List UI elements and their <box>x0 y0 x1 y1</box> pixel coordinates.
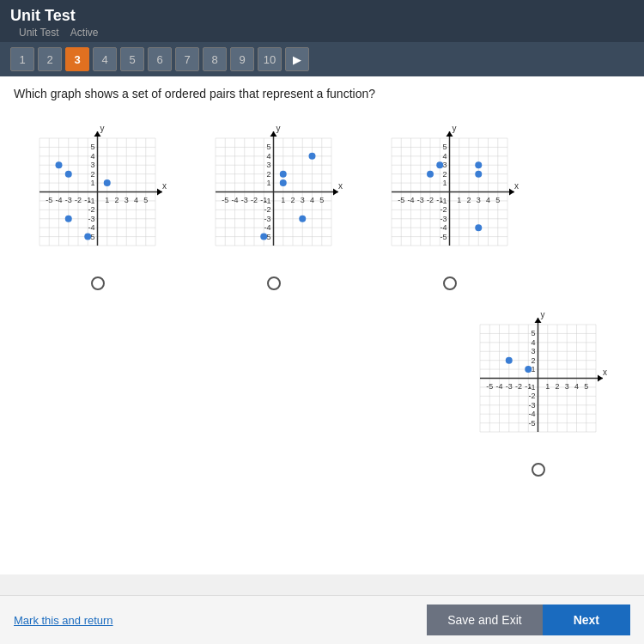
footer-buttons: Save and Exit Next <box>427 605 630 635</box>
page-title: Unit Test <box>10 7 634 25</box>
main-content: Which graph shows a set of ordered pairs… <box>0 76 644 574</box>
nav-tab-7[interactable]: 7 <box>175 47 199 71</box>
radio-option-2[interactable] <box>267 276 281 290</box>
graph-canvas-1 <box>14 112 181 271</box>
nav-tab-5[interactable]: 5 <box>120 47 144 71</box>
graph-canvas-4 <box>454 299 622 458</box>
nav-tab-1[interactable]: 1 <box>10 47 34 71</box>
nav-tab-10[interactable]: 10 <box>258 47 282 71</box>
graph-option-2 <box>190 112 357 290</box>
graphs-top-row <box>14 112 630 290</box>
breadcrumb: Unit Test Active <box>10 27 634 39</box>
nav-tab-6[interactable]: 6 <box>148 47 172 71</box>
radio-option-3[interactable] <box>443 276 457 290</box>
next-button[interactable]: Next <box>543 605 630 635</box>
graph-option-1 <box>14 112 181 290</box>
question-text: Which graph shows a set of ordered pairs… <box>14 87 630 100</box>
nav-tab-3[interactable]: 3 <box>65 47 89 71</box>
nav-tab-2[interactable]: 2 <box>38 47 62 71</box>
header: Unit Test Unit Test Active <box>0 0 644 42</box>
nav-tab-8[interactable]: 8 <box>203 47 227 71</box>
footer: Mark this and return Save and Exit Next <box>0 595 644 644</box>
graph-canvas-3 <box>366 112 533 271</box>
graph-option-4 <box>454 299 622 477</box>
save-exit-button[interactable]: Save and Exit <box>427 605 542 635</box>
graphs-bottom-row <box>14 299 630 477</box>
question-nav: 1 2 3 4 5 6 7 8 9 10 ▶ <box>0 42 644 76</box>
nav-tab-9[interactable]: 9 <box>230 47 254 71</box>
mark-return-link[interactable]: Mark this and return <box>14 614 113 627</box>
graph-option-3 <box>366 112 533 290</box>
radio-option-4[interactable] <box>532 463 545 477</box>
graph-canvas-2 <box>190 112 357 271</box>
radio-option-1[interactable] <box>91 276 105 290</box>
nav-tab-4[interactable]: 4 <box>93 47 117 71</box>
nav-play-button[interactable]: ▶ <box>285 47 309 71</box>
